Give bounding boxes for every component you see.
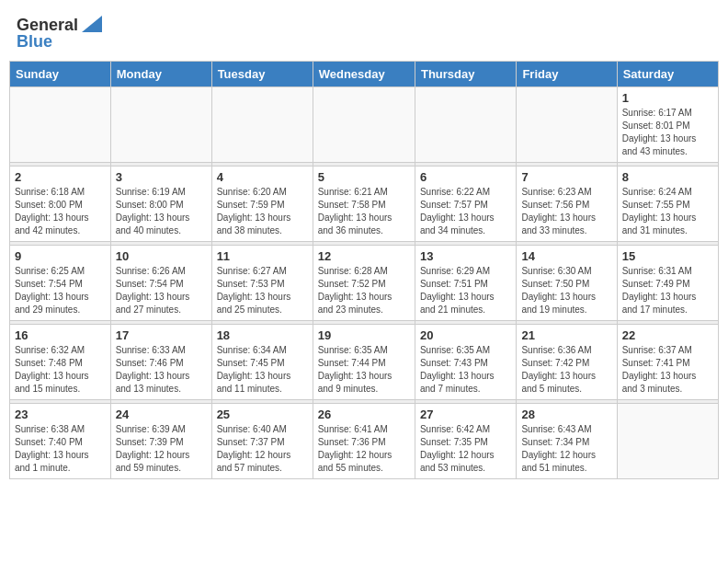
logo-blue-text: Blue: [17, 33, 52, 50]
day-info-text: Sunrise: 6:30 AM Sunset: 7:50 PM Dayligh…: [521, 265, 611, 316]
weekday-header-saturday: Saturday: [617, 62, 718, 87]
calendar-cell: 24Sunrise: 6:39 AM Sunset: 7:39 PM Dayli…: [110, 404, 211, 479]
day-number: 20: [420, 328, 511, 342]
calendar-cell: 11Sunrise: 6:27 AM Sunset: 7:53 PM Dayli…: [211, 246, 313, 321]
calendar-cell: [617, 404, 718, 479]
day-number: 18: [217, 328, 308, 342]
calendar-cell: 4Sunrise: 6:20 AM Sunset: 7:59 PM Daylig…: [211, 167, 313, 242]
day-number: 22: [622, 328, 713, 342]
day-info-text: Sunrise: 6:35 AM Sunset: 7:44 PM Dayligh…: [318, 344, 410, 396]
weekday-header-monday: Monday: [110, 62, 211, 87]
weekday-header-friday: Friday: [517, 62, 617, 87]
weekday-header-tuesday: Tuesday: [211, 62, 313, 87]
calendar-cell: 3Sunrise: 6:19 AM Sunset: 8:00 PM Daylig…: [110, 167, 211, 242]
day-info-text: Sunrise: 6:25 AM Sunset: 7:54 PM Dayligh…: [15, 265, 106, 316]
calendar-cell: 22Sunrise: 6:37 AM Sunset: 7:41 PM Dayli…: [617, 325, 718, 400]
day-info-text: Sunrise: 6:26 AM Sunset: 7:54 PM Dayligh…: [116, 265, 207, 316]
day-number: 8: [622, 170, 713, 184]
day-info-text: Sunrise: 6:31 AM Sunset: 7:49 PM Dayligh…: [622, 265, 713, 316]
day-info-text: Sunrise: 6:24 AM Sunset: 7:55 PM Dayligh…: [622, 186, 713, 237]
day-info-text: Sunrise: 6:29 AM Sunset: 7:51 PM Dayligh…: [420, 265, 511, 316]
day-number: 9: [15, 249, 106, 263]
calendar-cell: [211, 87, 313, 163]
day-info-text: Sunrise: 6:37 AM Sunset: 7:41 PM Dayligh…: [622, 344, 713, 396]
logo-general-text: General: [17, 17, 78, 33]
calendar-cell: 13Sunrise: 6:29 AM Sunset: 7:51 PM Dayli…: [415, 246, 516, 321]
day-number: 1: [622, 91, 713, 105]
day-info-text: Sunrise: 6:33 AM Sunset: 7:46 PM Dayligh…: [116, 344, 207, 396]
calendar-cell: 15Sunrise: 6:31 AM Sunset: 7:49 PM Dayli…: [617, 246, 718, 321]
day-number: 26: [318, 408, 410, 421]
page-header: General Blue: [9, 9, 719, 53]
day-info-text: Sunrise: 6:43 AM Sunset: 7:34 PM Dayligh…: [521, 423, 611, 475]
calendar-week-row: 23Sunrise: 6:38 AM Sunset: 7:40 PM Dayli…: [10, 404, 719, 479]
day-number: 17: [116, 328, 207, 342]
calendar-cell: 14Sunrise: 6:30 AM Sunset: 7:50 PM Dayli…: [517, 246, 617, 321]
calendar-cell: 1Sunrise: 6:17 AM Sunset: 8:01 PM Daylig…: [617, 87, 718, 163]
day-number: 16: [15, 328, 106, 342]
calendar-cell: [517, 87, 617, 163]
calendar-cell: 28Sunrise: 6:43 AM Sunset: 7:34 PM Dayli…: [517, 404, 617, 479]
day-number: 2: [15, 170, 106, 184]
calendar-cell: 12Sunrise: 6:28 AM Sunset: 7:52 PM Dayli…: [313, 246, 415, 321]
day-number: 24: [116, 408, 207, 421]
day-number: 14: [521, 249, 611, 263]
weekday-header-row: SundayMondayTuesdayWednesdayThursdayFrid…: [10, 62, 719, 87]
day-number: 19: [318, 328, 410, 342]
calendar-cell: 19Sunrise: 6:35 AM Sunset: 7:44 PM Dayli…: [313, 325, 415, 400]
day-info-text: Sunrise: 6:41 AM Sunset: 7:36 PM Dayligh…: [318, 423, 410, 475]
day-info-text: Sunrise: 6:42 AM Sunset: 7:35 PM Dayligh…: [420, 423, 511, 475]
logo-triangle-icon: [82, 16, 102, 32]
day-number: 11: [217, 249, 308, 263]
calendar-cell: [110, 87, 211, 163]
day-number: 23: [15, 408, 106, 421]
logo: General Blue: [17, 17, 102, 50]
day-number: 5: [318, 170, 410, 184]
calendar-cell: 16Sunrise: 6:32 AM Sunset: 7:48 PM Dayli…: [10, 325, 111, 400]
calendar-cell: 26Sunrise: 6:41 AM Sunset: 7:36 PM Dayli…: [313, 404, 415, 479]
day-info-text: Sunrise: 6:38 AM Sunset: 7:40 PM Dayligh…: [15, 423, 106, 475]
day-info-text: Sunrise: 6:36 AM Sunset: 7:42 PM Dayligh…: [521, 344, 611, 396]
calendar-cell: 17Sunrise: 6:33 AM Sunset: 7:46 PM Dayli…: [110, 325, 211, 400]
day-info-text: Sunrise: 6:40 AM Sunset: 7:37 PM Dayligh…: [217, 423, 308, 475]
calendar-cell: 18Sunrise: 6:34 AM Sunset: 7:45 PM Dayli…: [211, 325, 313, 400]
calendar-cell: 25Sunrise: 6:40 AM Sunset: 7:37 PM Dayli…: [211, 404, 313, 479]
day-info-text: Sunrise: 6:19 AM Sunset: 8:00 PM Dayligh…: [116, 186, 207, 237]
day-info-text: Sunrise: 6:35 AM Sunset: 7:43 PM Dayligh…: [420, 344, 511, 396]
day-info-text: Sunrise: 6:18 AM Sunset: 8:00 PM Dayligh…: [15, 186, 106, 237]
day-number: 21: [521, 328, 611, 342]
day-info-text: Sunrise: 6:20 AM Sunset: 7:59 PM Dayligh…: [217, 186, 308, 237]
day-number: 10: [116, 249, 207, 263]
day-number: 13: [420, 249, 511, 263]
calendar-cell: 6Sunrise: 6:22 AM Sunset: 7:57 PM Daylig…: [415, 167, 516, 242]
day-info-text: Sunrise: 6:27 AM Sunset: 7:53 PM Dayligh…: [217, 265, 308, 316]
weekday-header-thursday: Thursday: [415, 62, 516, 87]
day-number: 27: [420, 408, 511, 421]
svg-marker-0: [82, 16, 102, 32]
day-number: 4: [217, 170, 308, 184]
day-number: 28: [521, 408, 611, 421]
calendar-week-row: 16Sunrise: 6:32 AM Sunset: 7:48 PM Dayli…: [10, 325, 719, 400]
day-number: 6: [420, 170, 511, 184]
calendar-cell: 7Sunrise: 6:23 AM Sunset: 7:56 PM Daylig…: [517, 167, 617, 242]
calendar-table: SundayMondayTuesdayWednesdayThursdayFrid…: [9, 61, 719, 479]
calendar-week-row: 2Sunrise: 6:18 AM Sunset: 8:00 PM Daylig…: [10, 167, 719, 242]
calendar-cell: 8Sunrise: 6:24 AM Sunset: 7:55 PM Daylig…: [617, 167, 718, 242]
weekday-header-wednesday: Wednesday: [313, 62, 415, 87]
day-info-text: Sunrise: 6:34 AM Sunset: 7:45 PM Dayligh…: [217, 344, 308, 396]
day-info-text: Sunrise: 6:17 AM Sunset: 8:01 PM Dayligh…: [622, 107, 713, 158]
day-info-text: Sunrise: 6:21 AM Sunset: 7:58 PM Dayligh…: [318, 186, 410, 237]
calendar-week-row: 1Sunrise: 6:17 AM Sunset: 8:01 PM Daylig…: [10, 87, 719, 163]
calendar-cell: [415, 87, 516, 163]
calendar-cell: 5Sunrise: 6:21 AM Sunset: 7:58 PM Daylig…: [313, 167, 415, 242]
day-number: 7: [521, 170, 611, 184]
calendar-cell: [313, 87, 415, 163]
calendar-cell: 21Sunrise: 6:36 AM Sunset: 7:42 PM Dayli…: [517, 325, 617, 400]
day-info-text: Sunrise: 6:32 AM Sunset: 7:48 PM Dayligh…: [15, 344, 106, 396]
calendar-cell: 27Sunrise: 6:42 AM Sunset: 7:35 PM Dayli…: [415, 404, 516, 479]
day-number: 15: [622, 249, 713, 263]
day-number: 25: [217, 408, 308, 421]
calendar-cell: 9Sunrise: 6:25 AM Sunset: 7:54 PM Daylig…: [10, 246, 111, 321]
calendar-week-row: 9Sunrise: 6:25 AM Sunset: 7:54 PM Daylig…: [10, 246, 719, 321]
calendar-cell: 23Sunrise: 6:38 AM Sunset: 7:40 PM Dayli…: [10, 404, 111, 479]
